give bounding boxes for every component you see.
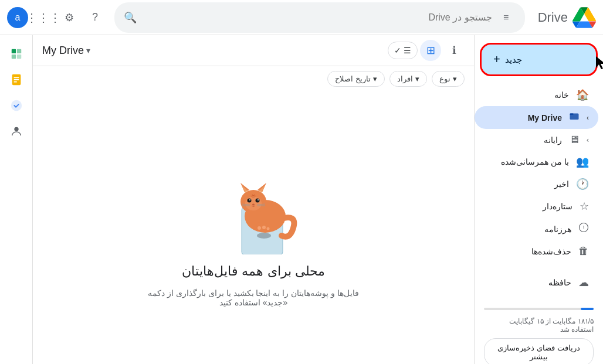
icon-bar-tasks[interactable] [5,94,28,117]
apps-icon[interactable]: ⋮⋮⋮ [33,7,54,28]
my-drive-icon [569,111,580,124]
sidebar-item-my-drive[interactable]: › My Drive [475,106,598,129]
toolbar-title: ▾ My Drive [42,45,383,57]
icon-bar [0,35,33,364]
empty-title: محلی برای همه فایل‌هایتان [182,264,324,279]
filter-modified-arrow: ▾ [373,74,377,83]
my-drive-chevron-icon: › [587,114,589,122]
svg-rect-5 [13,77,19,78]
get-more-storage-button[interactable]: دریافت فضای ذخیره‌سازی بیشتر [484,338,594,364]
svg-point-19 [245,196,262,210]
starred-icon: ☆ [580,200,589,213]
cursor-indicator [596,56,603,73]
icon-bar-person[interactable] [5,120,28,143]
content: ℹ ⊞ ☰ ✓ ▾ My Drive ▾ نوع ▾ افراد [33,35,474,364]
empty-subtitle: فایل‌ها و پوشه‌هایتان را به اینجا بکشید … [136,288,371,307]
svg-rect-7 [13,81,17,83]
svg-point-21 [256,198,260,202]
list-check-icon: ✓ [394,46,401,55]
svg-text:!: ! [583,224,585,230]
sidebar-item-starred[interactable]: ☆ ستاره‌دار [475,195,598,217]
svg-point-23 [258,199,259,200]
filter-type-label: نوع [439,74,450,83]
sidebar-item-storage-label: حافظه [484,278,571,287]
sidebar-item-shared[interactable]: 👥 با من همرسانی‌شده [475,151,598,173]
svg-point-24 [252,203,255,205]
storage-icon: ☁ [578,276,589,289]
svg-rect-6 [13,79,19,80]
sidebar-item-spam[interactable]: ! هرزنامه [475,217,598,240]
main: ℹ ⊞ ☰ ✓ ▾ My Drive ▾ نوع ▾ افراد [0,35,603,364]
shared-icon: 👥 [576,155,589,168]
sidebar-item-trash-label: حذف‌شده‌ها [484,247,571,256]
sidebar: جدید + 🏠 خانه › My Drive › 🖥 ر [474,35,603,364]
home-icon: 🏠 [576,89,589,101]
search-icon: 🔍 [124,11,137,24]
sidebar-item-recent-label: اخیر [484,179,569,189]
sidebar-item-computer-label: رایانه [484,135,562,145]
icon-bar-forms[interactable] [5,68,28,91]
svg-point-30 [257,233,271,239]
storage-text: ۱۸۱/۵ مگابایت از ۱۵ گیگابایتاستفاده شد [484,317,594,334]
drive-logo [572,6,596,29]
empty-state: محلی برای همه فایل‌هایتان فایل‌ها و پوشه… [33,91,474,364]
svg-point-31 [258,226,261,230]
sidebar-item-recent[interactable]: 🕐 اخیر [475,173,598,195]
filter-type-arrow: ▾ [453,74,457,83]
spam-icon: ! [578,222,589,236]
svg-point-9 [14,127,18,131]
trash-icon: 🗑 [578,245,589,257]
computer-icon: 🖥 [569,134,580,146]
search-bar: 🔍 ≡ [114,2,525,33]
new-button-label: جدید [505,55,522,65]
svg-rect-0 [11,49,15,53]
chevron-down-icon: ▾ [86,46,90,55]
sidebar-item-storage[interactable]: ☁ حافظه [475,271,598,294]
list-view-button[interactable]: ☰ ✓ [388,42,418,59]
sidebar-item-shared-label: با من همرسانی‌شده [484,157,569,166]
sidebar-item-computer[interactable]: › 🖥 رایانه [475,129,598,151]
list-icon: ☰ [404,46,411,55]
sidebar-item-starred-label: ستاره‌دار [484,202,572,211]
filter-people-arrow: ▾ [415,74,419,83]
icon-bar-sheets[interactable] [5,42,28,66]
svg-point-33 [267,227,270,230]
sidebar-item-my-drive-label: My Drive [484,113,562,123]
computer-chevron-icon: › [587,136,589,144]
header-right: Drive [538,6,596,29]
empty-illustration [195,149,312,254]
search-input[interactable] [141,12,492,23]
sidebar-item-spam-label: هرزنامه [484,224,571,234]
svg-point-20 [248,198,252,202]
toolbar-left: ℹ ⊞ ☰ ✓ [388,40,465,61]
sidebar-item-home[interactable]: 🏠 خانه [475,84,598,106]
new-button[interactable]: جدید + [482,45,596,74]
content-toolbar: ℹ ⊞ ☰ ✓ ▾ My Drive [33,35,474,66]
svg-rect-3 [16,55,21,59]
filter-modified-label: تاریخ اصلاح [335,74,371,83]
svg-point-22 [249,199,250,200]
filter-chip-modified[interactable]: ▾ تاریخ اصلاح [327,71,385,87]
svg-point-29 [256,222,268,231]
sidebar-item-home-label: خانه [484,90,569,100]
plus-icon: + [493,53,500,66]
filter-icon[interactable]: ≡ [497,7,516,28]
my-drive-title: My Drive [42,45,84,57]
svg-marker-34 [596,56,603,69]
drive-title: Drive [538,10,568,25]
svg-point-32 [262,226,266,229]
help-icon[interactable]: ? [84,7,106,28]
grid-view-button[interactable]: ⊞ [420,40,441,61]
settings-icon[interactable]: ⚙ [59,7,80,28]
storage-bar-fill [581,308,594,310]
storage-section: ۱۸۱/۵ مگابایت از ۱۵ گیگابایتاستفاده شد د… [475,303,603,364]
filter-chip-type[interactable]: ▾ نوع [432,71,465,87]
sidebar-item-trash[interactable]: 🗑 حذف‌شده‌ها [475,240,598,262]
filter-chip-people[interactable]: ▾ افراد [389,71,427,87]
filter-people-label: افراد [397,74,413,83]
avatar[interactable]: a [7,7,28,28]
info-button[interactable]: ℹ [443,40,465,61]
new-btn-container: جدید + [475,40,603,84]
svg-point-8 [11,100,21,111]
svg-rect-1 [16,49,21,53]
